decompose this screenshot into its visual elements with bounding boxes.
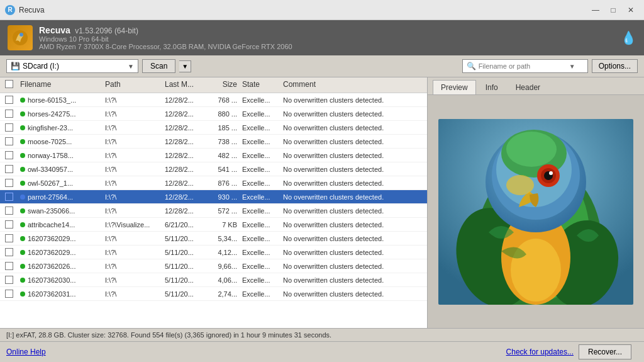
drop-icon: 💧 [621,30,636,45]
row-state-4: Excelle... [240,152,280,159]
row-check-13[interactable] [0,276,18,284]
dot-icon-10 [20,236,25,241]
bottom-right-area: Check for updates... Recover... [506,344,638,359]
header-size: Size [211,80,240,90]
dot-icon-0 [20,98,25,103]
row-check-3[interactable] [0,137,18,145]
row-lastmod-1: 12/28/2... [162,110,211,118]
parrot-preview-image [438,119,633,305]
row-comment-1: No overwritten clusters detected. [280,110,427,118]
table-row[interactable]: parrot-27564... I:\?\ 12/28/2... 930 ...… [0,190,427,204]
recover-button[interactable]: Recover... [579,344,631,359]
dot-icon-14 [20,291,25,297]
row-comment-11: No overwritten clusters detected. [280,249,427,256]
row-path-14: I:\?\ [103,290,162,298]
row-check-1[interactable] [0,110,18,118]
row-size-2: 185 ... [211,124,240,132]
app-header: Recuva v1.53.2096 (64-bit) Windows 10 Pr… [0,20,644,55]
table-row[interactable]: horse-60153_... I:\?\ 12/28/2... 768 ...… [0,93,427,107]
scan-dropdown-button[interactable]: ▼ [179,60,191,72]
row-state-1: Excelle... [240,110,280,118]
tab-preview[interactable]: Preview [433,80,476,94]
row-size-9: 7 KB [211,221,240,229]
table-row[interactable]: horses-24275... I:\?\ 12/28/2... 880 ...… [0,107,427,121]
select-all-checkbox[interactable] [5,80,13,88]
dot-icon-3 [20,139,25,144]
main-content: Filename Path Last M... Size State Comme… [0,77,644,328]
app-name-version: Recuva v1.53.2096 (64-bit) [39,25,292,35]
dot-icon-6 [20,181,25,186]
dot-icon-13 [20,278,25,283]
app-logo [8,25,33,50]
row-state-3: Excelle... [240,138,280,145]
row-lastmod-2: 12/28/2... [162,124,211,132]
filename-text-10: 16207362029... [28,235,75,242]
row-comment-8: No overwritten clusters detected. [280,207,427,215]
preview-tabs: Preview Info Header [428,77,644,95]
table-row[interactable]: 16207362026... I:\?\ 5/11/20... 9,66... … [0,259,427,273]
options-button[interactable]: Options... [592,59,638,73]
row-filename-13: 16207362030... [18,276,103,284]
table-row[interactable]: kingfisher-23... I:\?\ 12/28/2... 185 ..… [0,121,427,135]
svg-point-1 [19,33,23,37]
row-check-10[interactable] [0,234,18,242]
row-size-4: 482 ... [211,152,240,159]
table-row[interactable]: 16207362031... I:\?\ 5/11/20... 2,74... … [0,287,427,301]
online-help-link[interactable]: Online Help [6,348,46,356]
header-path: Path [103,80,162,90]
minimize-button[interactable]: — [587,4,604,16]
table-row[interactable]: owl-50267_1... I:\?\ 12/28/2... 876 ... … [0,176,427,190]
tab-header[interactable]: Header [508,80,548,94]
row-comment-5: No overwritten clusters detected. [280,166,427,173]
row-comment-13: No overwritten clusters detected. [280,276,427,284]
row-comment-0: No overwritten clusters detected. [280,96,427,104]
row-filename-1: horses-24275... [18,110,103,118]
dot-icon-8 [20,208,25,213]
svg-point-18 [506,175,534,195]
drive-select-arrow: ▼ [128,63,134,70]
row-state-11: Excelle... [240,249,280,256]
row-comment-3: No overwritten clusters detected. [280,138,427,145]
table-row[interactable]: 16207362030... I:\?\ 5/11/20... 4,06... … [0,273,427,287]
check-updates-link[interactable]: Check for updates... [506,348,574,356]
table-row[interactable]: 16207362029... I:\?\ 5/11/20... 5,34... … [0,232,427,246]
row-size-11: 4,12... [211,249,240,256]
bottom-bar: Online Help Check for updates... Recover… [0,341,644,362]
table-row[interactable]: attribcache14... I:\?\Visualize... 6/21/… [0,218,427,232]
row-comment-7: No overwritten clusters detected. [280,193,427,201]
row-comment-14: No overwritten clusters detected. [280,290,427,298]
scan-button[interactable]: Scan [142,59,175,73]
row-filename-9: attribcache14... [18,221,103,229]
table-row[interactable]: owl-3340957... I:\?\ 12/28/2... 541 ... … [0,162,427,176]
table-row[interactable]: swan-235066... I:\?\ 12/28/2... 572 ... … [0,204,427,218]
row-size-3: 738 ... [211,138,240,145]
row-lastmod-5: 12/28/2... [162,166,211,173]
row-check-11[interactable] [0,248,18,256]
row-check-8[interactable] [0,206,18,215]
row-path-10: I:\?\ [103,235,162,242]
row-check-12[interactable] [0,262,18,270]
row-check-2[interactable] [0,123,18,132]
row-check-5[interactable] [0,165,18,173]
row-check-7[interactable] [0,193,18,201]
close-button[interactable]: ✕ [623,4,639,16]
row-lastmod-8: 12/28/2... [162,207,211,215]
row-filename-5: owl-3340957... [18,166,103,173]
row-check-4[interactable] [0,151,18,159]
row-check-0[interactable] [0,96,18,104]
drive-select[interactable]: 💾 SDcard (I:) ▼ [6,59,138,73]
table-row[interactable]: 16207362029... I:\?\ 5/11/20... 4,12... … [0,246,427,259]
row-filename-8: swan-235066... [18,207,103,215]
tab-info[interactable]: Info [477,80,506,94]
table-row[interactable]: moose-7025... I:\?\ 12/28/2... 738 ... E… [0,135,427,149]
row-check-9[interactable] [0,220,18,229]
dot-icon-2 [20,125,25,130]
search-input[interactable] [479,62,567,70]
row-comment-4: No overwritten clusters detected. [280,152,427,159]
maximize-button[interactable]: □ [605,4,621,16]
row-check-14[interactable] [0,290,18,298]
row-lastmod-0: 12/28/2... [162,96,211,104]
row-filename-6: owl-50267_1... [18,179,103,187]
row-check-6[interactable] [0,179,18,187]
table-row[interactable]: norway-1758... I:\?\ 12/28/2... 482 ... … [0,149,427,162]
